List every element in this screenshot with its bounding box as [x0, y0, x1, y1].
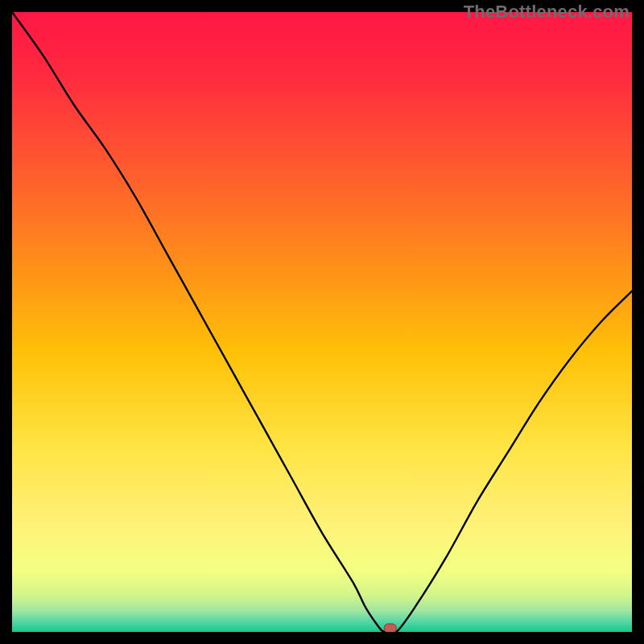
gradient-fill [12, 12, 632, 632]
watermark-label: TheBottleneck.com [464, 2, 630, 23]
bottleneck-chart [12, 12, 632, 632]
optimal-point-marker [384, 624, 396, 632]
